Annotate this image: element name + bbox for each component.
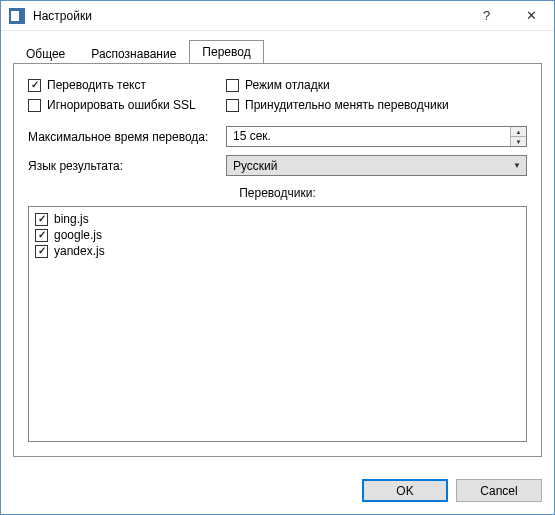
check-debug-mode[interactable]: Режим отладки xyxy=(226,78,527,92)
dialog-footer: OK Cancel xyxy=(1,469,554,514)
close-button[interactable]: ✕ xyxy=(509,1,554,30)
label-max-translate-time: Максимальное время перевода: xyxy=(28,130,218,144)
tab-panel-translation: Переводить текст Режим отладки Игнориров… xyxy=(13,63,542,457)
list-item[interactable]: google.js xyxy=(35,227,520,243)
checkbox-icon xyxy=(28,79,41,92)
help-button[interactable]: ? xyxy=(464,1,509,30)
translators-list[interactable]: bing.jsgoogle.jsyandex.js xyxy=(28,206,527,442)
cancel-button[interactable]: Cancel xyxy=(456,479,542,502)
app-icon xyxy=(9,8,25,24)
label-translators: Переводчики: xyxy=(28,186,527,200)
spin-down-icon[interactable]: ▼ xyxy=(511,136,526,146)
list-item[interactable]: bing.js xyxy=(35,211,520,227)
tab-translation[interactable]: Перевод xyxy=(189,40,263,63)
check-label: Переводить текст xyxy=(47,78,146,92)
combo-value: Русский xyxy=(227,157,508,175)
list-item-label: google.js xyxy=(54,228,102,242)
list-item[interactable]: yandex.js xyxy=(35,243,520,259)
check-ignore-ssl[interactable]: Игнорировать ошибки SSL xyxy=(28,98,226,112)
tabstrip: Общее Распознавание Перевод xyxy=(13,41,542,63)
tab-general[interactable]: Общее xyxy=(13,43,78,64)
check-label: Принудительно менять переводчики xyxy=(245,98,449,112)
ok-button[interactable]: OK xyxy=(362,479,448,502)
titlebar: Настройки ? ✕ xyxy=(1,1,554,31)
checkbox-icon xyxy=(226,99,239,112)
check-translate-text[interactable]: Переводить текст xyxy=(28,78,226,92)
window-title: Настройки xyxy=(33,9,92,23)
list-item-label: yandex.js xyxy=(54,244,105,258)
tab-recognition[interactable]: Распознавание xyxy=(78,43,189,64)
check-label: Игнорировать ошибки SSL xyxy=(47,98,196,112)
label-result-language: Язык результата: xyxy=(28,159,218,173)
checkbox-icon xyxy=(35,229,48,242)
check-force-rotate[interactable]: Принудительно менять переводчики xyxy=(226,98,527,112)
spin-value: 15 сек. xyxy=(227,127,510,146)
combo-result-language[interactable]: Русский ▼ xyxy=(226,155,527,176)
checkbox-icon xyxy=(35,213,48,226)
list-item-label: bing.js xyxy=(54,212,89,226)
spin-up-icon[interactable]: ▲ xyxy=(511,127,526,136)
checkbox-icon xyxy=(28,99,41,112)
check-label: Режим отладки xyxy=(245,78,330,92)
checkbox-icon xyxy=(226,79,239,92)
checkbox-icon xyxy=(35,245,48,258)
chevron-down-icon: ▼ xyxy=(508,161,526,170)
spin-max-translate-time[interactable]: 15 сек. ▲ ▼ xyxy=(226,126,527,147)
